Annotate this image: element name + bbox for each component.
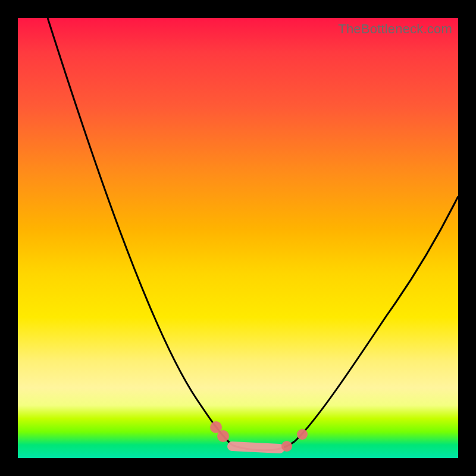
chart-frame: TheBottleneck.com: [0, 0, 476, 476]
trough-marker-segment: [232, 446, 280, 449]
plot-area: TheBottleneck.com: [18, 18, 458, 458]
trough-marker-dot: [217, 430, 229, 442]
trough-marker-dot: [297, 429, 308, 440]
bottleneck-curve: [18, 18, 458, 458]
curve-left-branch: [48, 18, 232, 445]
trough-marker-dot: [281, 441, 292, 452]
curve-right-branch: [295, 196, 458, 441]
trough-highlight: [210, 421, 308, 452]
